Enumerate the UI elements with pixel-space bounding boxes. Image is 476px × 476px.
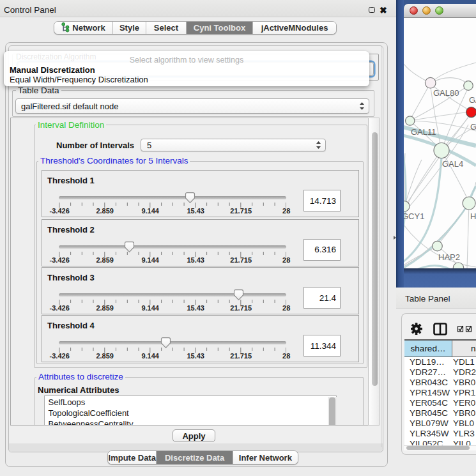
- svg-text:HAP2: HAP2: [438, 252, 460, 262]
- svg-text:GAL80: GAL80: [433, 88, 459, 98]
- svg-text:GCY1: GCY1: [404, 211, 424, 221]
- svg-text:GAL4: GAL4: [442, 159, 463, 169]
- svg-text:H: H: [470, 211, 476, 221]
- svg-text:G: G: [470, 122, 476, 132]
- svg-text:GAL11: GAL11: [411, 127, 436, 137]
- svg-text:GA: GA: [469, 95, 476, 105]
